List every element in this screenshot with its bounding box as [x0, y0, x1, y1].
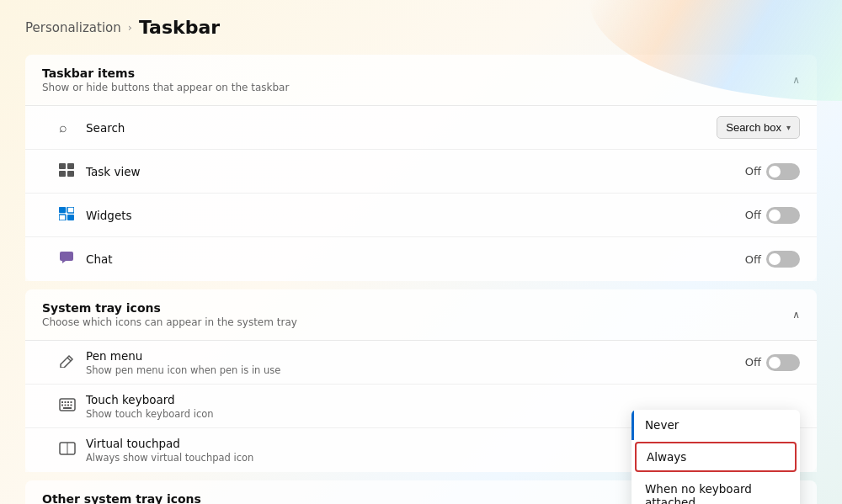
widgets-control: Off	[745, 207, 800, 224]
system-tray-chevron: ∧	[792, 309, 800, 321]
svg-marker-9	[62, 261, 66, 263]
chat-toggle[interactable]	[766, 251, 800, 268]
search-label: Search	[86, 121, 717, 135]
svg-rect-12	[65, 401, 67, 403]
svg-rect-14	[71, 401, 72, 403]
taskview-toggle-thumb	[769, 166, 781, 178]
search-icon	[59, 119, 77, 135]
svg-rect-7	[67, 215, 74, 220]
svg-rect-8	[60, 252, 73, 261]
taskbar-items-subtitle: Show or hide buttons that appear on the …	[42, 82, 289, 93]
svg-rect-16	[65, 404, 67, 406]
widgets-toggle[interactable]	[766, 207, 800, 224]
search-setting-row: Search Search box ▾	[25, 106, 817, 150]
touch-keyboard-row: Touch keyboard Show touch keyboard icon …	[25, 385, 817, 428]
touch-keyboard-label: Touch keyboard	[86, 393, 800, 406]
svg-rect-17	[67, 404, 69, 406]
page-title: Taskbar	[139, 17, 220, 38]
svg-rect-1	[67, 163, 74, 169]
chat-toggle-label: Off	[745, 253, 761, 266]
pen-menu-control: Off	[745, 354, 800, 371]
breadcrumb-parent[interactable]: Personalization	[25, 20, 121, 35]
dropdown-option-always[interactable]: Always	[635, 442, 797, 472]
breadcrumb: Personalization › Taskbar	[25, 17, 817, 38]
system-tray-header[interactable]: System tray icons Choose which icons can…	[25, 289, 817, 341]
svg-rect-19	[63, 407, 72, 409]
chat-setting-row: Chat Off	[25, 237, 817, 281]
taskbar-items-section: Taskbar items Show or hide buttons that …	[25, 55, 817, 281]
taskview-control: Off	[745, 163, 800, 180]
taskview-toggle-label: Off	[745, 165, 761, 178]
keyboard-icon	[59, 398, 77, 415]
dropdown-option-no-keyboard[interactable]: When no keyboard attached	[632, 474, 800, 505]
search-control: Search box ▾	[717, 116, 800, 139]
svg-rect-13	[67, 401, 69, 403]
chat-control: Off	[745, 251, 800, 268]
chat-toggle-thumb	[769, 253, 781, 265]
system-tray-title: System tray icons	[42, 301, 297, 315]
widgets-icon	[59, 207, 77, 224]
chat-icon	[59, 251, 77, 268]
pen-menu-label: Pen menu	[86, 349, 745, 363]
taskview-setting-row: Task view Off	[25, 150, 817, 194]
search-dropdown-arrow: ▾	[786, 123, 791, 132]
svg-rect-4	[59, 207, 66, 213]
taskbar-items-header[interactable]: Taskbar items Show or hide buttons that …	[25, 55, 817, 106]
svg-rect-18	[71, 404, 72, 406]
pen-menu-toggle-thumb	[769, 357, 781, 369]
taskview-icon	[59, 163, 77, 180]
widgets-label: Widgets	[86, 209, 745, 222]
taskview-toggle[interactable]	[766, 163, 800, 180]
svg-rect-11	[61, 401, 63, 403]
taskbar-items-title: Taskbar items	[42, 66, 289, 80]
other-tray-title: Other system tray icons	[42, 492, 254, 504]
svg-rect-3	[67, 171, 74, 177]
pen-menu-row: Pen menu Show pen menu icon when pen is …	[25, 341, 817, 385]
breadcrumb-separator: ›	[128, 21, 132, 34]
widgets-toggle-thumb	[769, 210, 781, 221]
search-dropdown-value: Search box	[726, 121, 781, 134]
taskview-label: Task view	[86, 165, 745, 178]
svg-rect-5	[67, 207, 74, 213]
pen-menu-toggle[interactable]	[766, 354, 800, 371]
svg-rect-2	[59, 171, 66, 177]
dropdown-option-never[interactable]: Never	[632, 410, 800, 440]
pen-icon	[59, 354, 77, 371]
system-tray-subtitle: Choose which icons can appear in the sys…	[42, 316, 297, 328]
chat-label: Chat	[86, 252, 745, 266]
widgets-toggle-label: Off	[745, 209, 761, 221]
settings-sections: Taskbar items Show or hide buttons that …	[25, 55, 817, 504]
svg-rect-15	[61, 404, 63, 406]
svg-rect-0	[59, 163, 66, 169]
pen-menu-toggle-label: Off	[745, 356, 761, 369]
search-dropdown[interactable]: Search box ▾	[717, 116, 800, 139]
widgets-setting-row: Widgets Off	[25, 194, 817, 237]
touchpad-icon	[59, 442, 77, 459]
taskbar-items-chevron: ∧	[792, 74, 800, 86]
touch-keyboard-dropdown-popup: Never Always When no keyboard attached	[632, 410, 800, 505]
system-tray-section: System tray icons Choose which icons can…	[25, 289, 817, 472]
svg-rect-6	[59, 215, 66, 220]
pen-menu-sublabel: Show pen menu icon when pen is in use	[86, 364, 745, 376]
